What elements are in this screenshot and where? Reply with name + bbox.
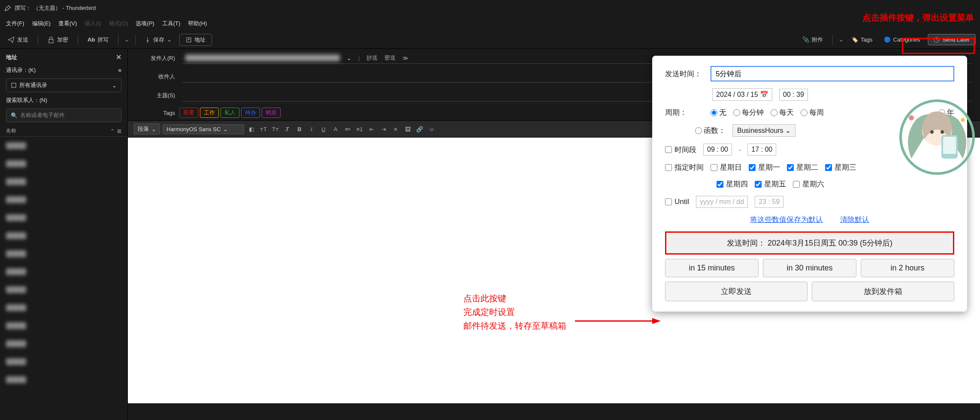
period-none[interactable]: 无 [711,108,726,117]
tag-重要[interactable]: 重要 [179,108,198,118]
tag-私人[interactable]: 私人 [221,108,239,118]
tags-button[interactable]: 🏷️ Tags [848,35,876,45]
clear-defaults-link[interactable]: 清除默认 [840,215,869,225]
period-day[interactable]: 每天 [771,108,794,117]
contact-item[interactable]: xxxxx [0,245,127,263]
date-input[interactable]: 2024 / 03 / 15 📅 [712,88,772,101]
send-later-button[interactable]: Send Later [928,34,976,45]
day-sat[interactable]: 星期六 [793,179,824,189]
contact-item[interactable]: xxxxx [0,155,127,173]
cc-button[interactable]: 抄送 [366,54,378,62]
function-select[interactable]: BusinessHours ⌄ [732,124,795,137]
paragraph-select[interactable]: 段落⌄ [134,123,160,135]
clear-format-icon[interactable]: T̸ [283,124,292,134]
contact-item[interactable]: xxxxx [0,209,127,227]
range-to[interactable]: 17 : 00 [747,144,776,156]
categories-button[interactable]: 🔵 Categories [880,35,924,45]
font-color-icon[interactable]: A [331,124,340,134]
spellcheck-icon: Ab [88,36,95,43]
column-name[interactable]: 名称 [6,127,16,135]
spelling-button[interactable]: Ab 拼写 [84,34,112,45]
contact-item[interactable]: xxxxx [0,137,127,155]
confirm-schedule-button[interactable]: 发送时间： 2024年3月15日周五 00:39 (5分钟后) [665,231,954,255]
contact-item[interactable]: xxxxx [0,335,127,353]
tag-稍后[interactable]: 稍后 [262,108,281,118]
until-time[interactable]: 23 : 59 [755,196,783,208]
bcc-button[interactable]: 密送 [384,54,396,62]
insert-image-icon[interactable]: 🖼 [403,124,412,134]
send-now-button[interactable]: 立即发送 [665,282,808,301]
in-15-button[interactable]: in 15 minutes [665,259,759,277]
chevron-down-icon[interactable]: ⌄ [347,55,351,61]
encrypt-button[interactable]: 加密 [44,34,72,45]
range-from[interactable]: 09 : 00 [703,144,732,156]
send-button[interactable]: 发送 [4,34,32,45]
contact-item[interactable]: xxxxx [0,227,127,245]
day-fri[interactable]: 星期五 [755,179,786,189]
close-icon[interactable]: ✕ [116,53,121,61]
days-check[interactable]: 指定时间 [665,162,704,172]
period-week[interactable]: 每周 [801,108,824,117]
contact-item[interactable]: xxxxx [0,299,127,317]
contact-item[interactable]: xxxxx [0,353,127,371]
contact-item[interactable]: xxxxx [0,173,127,191]
italic-icon[interactable]: I [307,124,316,134]
insert-link-icon[interactable]: 🔗 [415,124,424,134]
day-thu[interactable]: 星期四 [717,179,748,189]
day-wed[interactable]: 星期三 [825,162,856,172]
bold-icon[interactable]: B [295,124,304,134]
put-outbox-button[interactable]: 放到发件箱 [812,282,954,301]
color-icon[interactable]: ◧ [247,124,256,134]
contact-item[interactable]: xxxxx [0,317,127,335]
send-time-input[interactable] [711,66,954,81]
in-2h-button[interactable]: in 2 hours [861,259,954,277]
period-minute[interactable]: 每分钟 [733,108,764,117]
chevron-down-icon[interactable]: ⌄ [839,36,844,43]
menu-edit[interactable]: 编辑(E) [29,18,54,29]
annotation-arrow [575,315,661,327]
font-size-up-icon[interactable]: ᴛT [259,124,268,134]
addressbook-select[interactable]: 所有通讯录 ⌄ [6,78,121,92]
align-icon[interactable]: ≡ [391,124,400,134]
columns-icon[interactable]: ⊞ [117,128,121,134]
emoji-icon[interactable]: ☺ [427,124,436,134]
period-function[interactable]: 函数： [695,126,726,135]
bullet-list-icon[interactable]: ≡• [343,124,352,134]
menu-file[interactable]: 文件(F) [3,18,28,29]
sort-icon[interactable]: ⌃ [110,128,115,134]
day-sun[interactable]: 星期日 [711,162,742,172]
underline-icon[interactable]: U [319,124,328,134]
attach-button[interactable]: 📎 附件 [799,34,826,45]
in-30-button[interactable]: in 30 minutes [763,259,856,277]
menu-options[interactable]: 选项(P) [132,18,157,29]
time-input[interactable]: 00 : 39 [779,89,808,101]
contact-item[interactable]: xxxxx [0,263,127,281]
contact-search[interactable]: 🔍 名称或者电子邮件 [6,108,121,122]
menu-help[interactable]: 帮助(H) [185,18,210,29]
contact-item[interactable]: xxxxx [0,281,127,299]
number-list-icon[interactable]: ≡1 [355,124,364,134]
font-size-down-icon[interactable]: Tᴛ [271,124,280,134]
tag-待办[interactable]: 待办 [241,108,260,118]
indent-icon[interactable]: ⇥ [379,124,388,134]
menu-icon[interactable]: ≡ [118,67,121,74]
time-range-check[interactable]: 时间段 [665,145,696,155]
menu-view[interactable]: 查看(V) [55,18,80,29]
day-mon[interactable]: 星期一 [749,162,780,172]
menu-tools[interactable]: 工具(T) [159,18,184,29]
until-check[interactable]: Until [665,198,689,206]
menu-insert[interactable]: 插入(I) [81,18,104,29]
contact-item[interactable]: xxxxx [0,191,127,209]
save-button[interactable]: ⭳ 保存 ⌄ [142,34,175,45]
outdent-icon[interactable]: ⇤ [367,124,376,134]
chevron-down-icon[interactable]: ⌄ [124,36,129,43]
more-recipients[interactable]: ≫ [402,55,408,61]
tag-工作[interactable]: 工作 [200,108,219,118]
font-select[interactable]: HarmonyOS Sans SC⌄ [163,124,244,134]
address-button[interactable]: 地址 [179,34,212,46]
save-defaults-link[interactable]: 将这些数值保存为默认 [750,215,823,225]
contact-item[interactable]: xxxxx [0,371,127,389]
until-date[interactable]: yyyy / mm / dd [696,196,748,208]
day-tue[interactable]: 星期二 [787,162,818,172]
menu-format[interactable]: 格式(O) [106,18,132,29]
